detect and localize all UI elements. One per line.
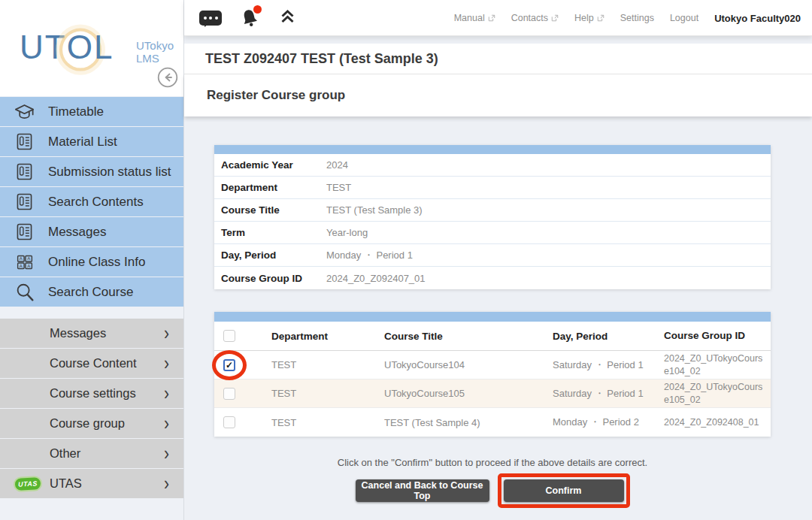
collapse-topbar-icon[interactable]: [277, 8, 298, 29]
detail-label: Term: [214, 227, 326, 238]
manual-link[interactable]: Manual: [454, 13, 495, 23]
logo-letter: U: [20, 29, 45, 67]
cell-course-group-id: 2024_Z0_UTokyoCourse104_02: [664, 352, 771, 377]
confirm-instruction-text: Click on the "Confirm" button to proceed…: [214, 457, 771, 468]
detail-row-department: Department TEST: [214, 177, 771, 199]
logo-letter-glow: O: [67, 29, 94, 67]
column-header-day-period: Day, Period: [553, 331, 664, 342]
utol-logo: U T O L: [20, 29, 114, 66]
select-all-checkbox[interactable]: [223, 330, 235, 342]
detail-value: 2024_Z0_Z092407_01: [326, 273, 426, 284]
manual-link-label: Manual: [454, 13, 485, 23]
red-box-annotation: Confirm: [498, 473, 630, 508]
notification-bell-icon[interactable]: [238, 6, 261, 30]
table-header-bar: [214, 312, 771, 322]
sidebar-primary-nav: Timetable Material List Submission statu…: [0, 97, 183, 307]
logo-letter: L: [94, 29, 114, 67]
sidebar-item-search-course[interactable]: Search Course: [0, 277, 183, 307]
chevron-right-icon: ›: [164, 442, 169, 464]
detail-value: TEST (Test Sample 3): [326, 204, 423, 216]
sidebar-item-utas[interactable]: UTAS UTAS ›: [0, 469, 183, 498]
sidebar-item-course-content[interactable]: Course Content ›: [0, 349, 183, 378]
topbar-icons: [199, 0, 298, 36]
row-checkbox-checked[interactable]: ✓: [223, 359, 235, 371]
contacts-link[interactable]: Contacts: [511, 13, 559, 23]
sidebar-item-label: Timetable: [48, 104, 104, 119]
sidebar-item-label: Course settings: [50, 386, 136, 401]
sidebar-item-label: UTAS: [50, 476, 82, 491]
sidebar-item-messages-group[interactable]: Messages ›: [0, 319, 183, 348]
sidebar-item-timetable[interactable]: Timetable: [0, 97, 183, 126]
logo-area: U T O L UTokyo LMS: [0, 0, 183, 96]
utas-logo-icon: UTAS: [15, 477, 41, 491]
cell-course-group-id: 2024_Z0_Z092408_01: [664, 416, 771, 428]
course-details-table: Academic Year 2024 Department TEST Cours…: [214, 145, 771, 289]
sidebar-collapse-button[interactable]: [157, 67, 178, 88]
section-header-bar: Register Course group: [184, 74, 812, 116]
detail-label: Course Group ID: [214, 273, 326, 284]
graduation-cap-icon: [12, 99, 37, 124]
grid-letters-icon: AAAA: [12, 249, 37, 274]
table-header-row: Department Course Title Day, Period Cour…: [214, 322, 771, 351]
cell-course-title: UTokyoCourse105: [384, 388, 553, 399]
confirm-button[interactable]: Confirm: [504, 479, 624, 502]
search-icon: [12, 280, 37, 304]
row-checkbox[interactable]: [223, 416, 235, 428]
detail-row-term: Term Year-long: [214, 222, 771, 244]
external-link-icon: [597, 14, 604, 22]
topbar: Manual Contacts Help Settings Logout Uto…: [184, 0, 812, 36]
cell-course-title: TEST (Test Sample 4): [384, 417, 553, 428]
sidebar: U T O L UTokyo LMS Timetable: [0, 0, 184, 520]
course-group-table: Department Course Title Day, Period Cour…: [214, 312, 771, 437]
detail-label: Department: [214, 182, 326, 193]
chevron-right-icon: ›: [164, 352, 169, 374]
sidebar-secondary-nav: Messages › Course Content › Course setti…: [0, 319, 183, 499]
sidebar-item-label: Course group: [50, 416, 125, 431]
logout-link[interactable]: Logout: [670, 13, 698, 23]
detail-row-course-group-id: Course Group ID 2024_Z0_Z092407_01: [214, 267, 771, 289]
logo-letter: T: [45, 29, 67, 67]
sidebar-item-material-list[interactable]: Material List: [0, 127, 183, 156]
column-header-course-title: Course Title: [384, 331, 553, 342]
row-checkbox[interactable]: [223, 388, 235, 400]
arrow-left-circle-icon: [157, 67, 178, 88]
sidebar-item-label: Messages: [50, 326, 106, 340]
chevron-right-icon: ›: [164, 472, 169, 494]
cell-day-period: Monday ・ Period 2: [553, 416, 664, 429]
column-header-course-group-id: Course Group ID: [664, 329, 771, 343]
detail-row-course-title: Course Title TEST (Test Sample 3): [214, 199, 771, 222]
sidebar-item-course-settings[interactable]: Course settings ›: [0, 379, 183, 408]
sidebar-item-search-contents[interactable]: Search Contents: [0, 187, 183, 216]
help-link[interactable]: Help: [574, 13, 604, 23]
external-link-icon: [551, 14, 559, 22]
table-header-bar: [214, 145, 771, 154]
course-header-title: TEST Z092407 TEST (Test Sample 3): [205, 51, 438, 67]
logo-subtitle: UTokyo LMS: [136, 39, 174, 65]
detail-value: 2024: [326, 159, 348, 171]
cell-day-period: Saturday ・ Period 1: [553, 387, 664, 401]
chevron-right-icon: ›: [164, 322, 169, 344]
sidebar-item-label: Search Contents: [48, 195, 144, 210]
column-header-department: Department: [244, 331, 384, 342]
sidebar-item-messages[interactable]: Messages: [0, 217, 183, 246]
help-link-label: Help: [574, 13, 594, 23]
page-title: Register Course group: [207, 88, 345, 103]
svg-text:A: A: [27, 255, 31, 261]
cell-department: TEST: [244, 388, 384, 399]
sidebar-item-other[interactable]: Other ›: [0, 439, 183, 468]
topbar-links: Manual Contacts Help Settings Logout Uto…: [454, 0, 801, 36]
sidebar-item-course-group[interactable]: Course group ›: [0, 409, 183, 438]
document-list-icon: [12, 159, 37, 184]
cell-course-title: UTokyoCourse104: [384, 359, 553, 370]
detail-label: Day, Period: [214, 249, 326, 261]
settings-link[interactable]: Settings: [620, 13, 654, 23]
user-name: Utokyo Faculty020: [714, 13, 801, 24]
sidebar-item-submission-status-list[interactable]: Submission status list: [0, 157, 183, 186]
settings-link-label: Settings: [620, 13, 654, 23]
cell-course-group-id: 2024_Z0_UTokyoCourse105_02: [664, 381, 771, 406]
cell-day-period: Saturday ・ Period 1: [553, 358, 664, 372]
cancel-button[interactable]: Cancel and Back to Course Top: [356, 479, 489, 502]
course-header-bar: TEST Z092407 TEST (Test Sample 3): [184, 44, 812, 74]
chat-bubble-icon[interactable]: [199, 11, 222, 26]
sidebar-item-online-class-info[interactable]: AAAA Online Class Info: [0, 247, 183, 277]
